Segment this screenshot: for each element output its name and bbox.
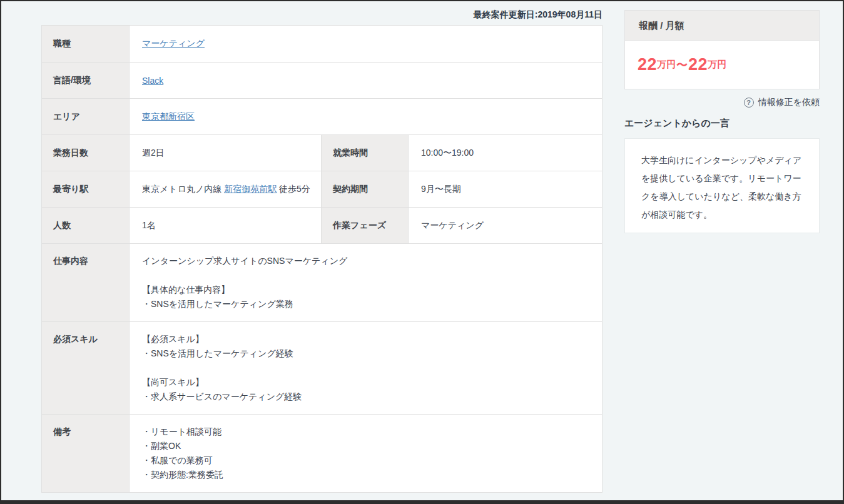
agent-heading: エージェントからの一言 bbox=[624, 118, 820, 129]
label-area: エリア bbox=[42, 99, 129, 134]
station-link[interactable]: 新宿御苑前駅 bbox=[224, 184, 277, 195]
sidebar: 報酬 / 月額 22万円〜22万円 ? 情報修正を依頼 エージェントからの一言 … bbox=[624, 10, 820, 233]
value-required-skills: 【必須スキル】 ・SNSを活用したマーケティング経験 【尚可スキル】 ・求人系サ… bbox=[129, 322, 602, 414]
value-work-phase: マーケティング bbox=[408, 208, 602, 243]
value-language-env: Slack bbox=[129, 63, 602, 98]
agent-comment-box: 大学生向けにインターシップやメディアを提供している企業です。リモートワークを導入… bbox=[624, 138, 820, 233]
table-row-headcount-phase: 人数 1名 作業フェーズ マーケティング bbox=[42, 207, 602, 243]
reward-max: 22 bbox=[688, 55, 708, 74]
job-type-link[interactable]: マーケティング bbox=[142, 38, 205, 49]
value-working-hours: 10:00〜19:00 bbox=[408, 135, 602, 171]
label-language-env: 言語/環境 bbox=[42, 63, 129, 98]
label-work-days: 業務日数 bbox=[42, 135, 129, 171]
main-layout: 最終案件更新日:2019年08月11日 職種 マーケティング 言語/環境 Sla… bbox=[41, 9, 821, 493]
table-row-notes: 備考 ・リモート相談可能 ・副業OK ・私服での業務可 ・契約形態:業務委託 bbox=[42, 414, 602, 492]
label-work-phase: 作業フェーズ bbox=[321, 208, 408, 243]
value-job-type: マーケティング bbox=[129, 26, 602, 62]
reward-box: 報酬 / 月額 22万円〜22万円 bbox=[624, 10, 820, 89]
job-detail-table: 職種 マーケティング 言語/環境 Slack エリア 東京都新宿区 bbox=[41, 25, 602, 493]
job-detail-page: 最終案件更新日:2019年08月11日 職種 マーケティング 言語/環境 Sla… bbox=[0, 0, 844, 504]
value-area: 東京都新宿区 bbox=[129, 99, 602, 134]
label-nearest-station: 最寄り駅 bbox=[42, 171, 129, 207]
label-job-type: 職種 bbox=[42, 26, 129, 62]
last-updated-date: 最終案件更新日:2019年08月11日 bbox=[41, 9, 602, 21]
value-headcount: 1名 bbox=[129, 208, 321, 243]
reward-title: 報酬 / 月額 bbox=[625, 11, 819, 41]
table-row-language-env: 言語/環境 Slack bbox=[42, 62, 602, 98]
label-required-skills: 必須スキル bbox=[42, 322, 129, 414]
table-row-job-description: 仕事内容 インターンシップ求人サイトのSNSマーケティング 【具体的な仕事内容】… bbox=[42, 243, 602, 321]
reward-max-unit: 万円 bbox=[708, 59, 726, 71]
label-headcount: 人数 bbox=[42, 208, 129, 243]
agent-comment: 大学生向けにインターシップやメディアを提供している企業です。リモートワークを導入… bbox=[641, 151, 803, 224]
reward-separator: 〜 bbox=[676, 58, 688, 73]
request-correction-label: 情報修正を依頼 bbox=[758, 97, 820, 108]
reward-min-unit: 万円 bbox=[657, 59, 676, 71]
table-row-required-skills: 必須スキル 【必須スキル】 ・SNSを活用したマーケティング経験 【尚可スキル】… bbox=[42, 321, 602, 414]
request-correction-line: ? 情報修正を依頼 bbox=[624, 96, 820, 108]
label-working-hours: 就業時間 bbox=[321, 135, 408, 171]
table-row-station-contract: 最寄り駅 東京メトロ丸ノ内線 新宿御苑前駅 徒歩5分 契約期間 9月〜長期 bbox=[42, 171, 602, 207]
value-job-description: インターンシップ求人サイトのSNSマーケティング 【具体的な仕事内容】 ・SNS… bbox=[129, 244, 602, 321]
question-icon: ? bbox=[744, 98, 754, 108]
label-job-description: 仕事内容 bbox=[42, 244, 129, 321]
station-prefix: 東京メトロ丸ノ内線 bbox=[142, 184, 224, 195]
reward-amount: 22万円〜22万円 bbox=[625, 41, 819, 89]
request-correction-link[interactable]: ? 情報修正を依頼 bbox=[744, 97, 820, 108]
table-row-area: エリア 東京都新宿区 bbox=[42, 98, 602, 134]
label-notes: 備考 bbox=[42, 415, 129, 492]
reward-min: 22 bbox=[638, 55, 657, 74]
value-work-days: 週2日 bbox=[129, 135, 321, 171]
label-contract-period: 契約期間 bbox=[321, 171, 408, 207]
value-contract-period: 9月〜長期 bbox=[408, 171, 602, 207]
table-row-job-type: 職種 マーケティング bbox=[42, 26, 602, 62]
content-column: 最終案件更新日:2019年08月11日 職種 マーケティング 言語/環境 Sla… bbox=[41, 9, 602, 493]
station-suffix: 徒歩5分 bbox=[277, 184, 310, 195]
value-notes: ・リモート相談可能 ・副業OK ・私服での業務可 ・契約形態:業務委託 bbox=[129, 415, 602, 492]
language-env-link[interactable]: Slack bbox=[142, 76, 163, 86]
value-nearest-station: 東京メトロ丸ノ内線 新宿御苑前駅 徒歩5分 bbox=[129, 171, 321, 207]
area-link[interactable]: 東京都新宿区 bbox=[142, 111, 195, 123]
table-row-workdays-hours: 業務日数 週2日 就業時間 10:00〜19:00 bbox=[42, 134, 602, 171]
